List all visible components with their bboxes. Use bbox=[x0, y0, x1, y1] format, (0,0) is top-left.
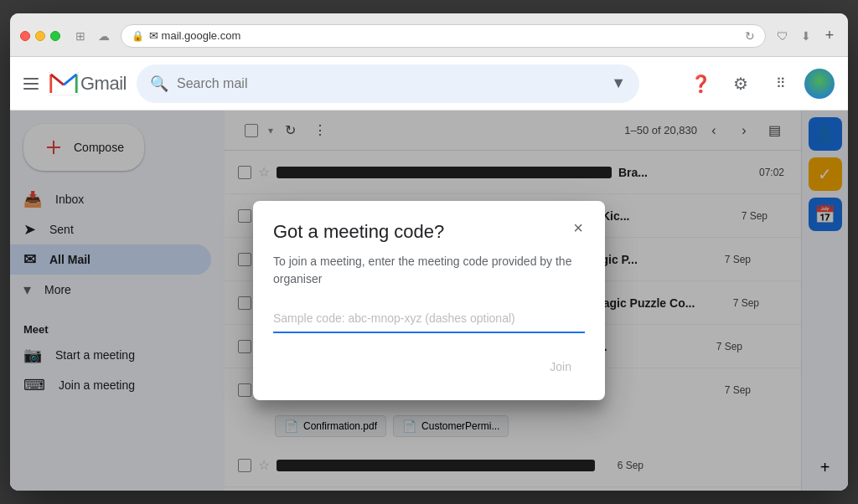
maximize-button[interactable] bbox=[50, 31, 60, 41]
modal-overlay[interactable]: × Got a meeting code? To join a meeting,… bbox=[10, 111, 848, 491]
dialog-close-button[interactable]: × bbox=[565, 214, 592, 241]
gmail-main: Compose 📥 Inbox ➤ Sent ✉ All Mail ▾ More bbox=[10, 111, 848, 491]
tab-icon[interactable]: ⊞ bbox=[72, 28, 89, 44]
close-icon: × bbox=[573, 219, 583, 238]
shield-icon[interactable]: 🛡 bbox=[774, 28, 791, 44]
help-button[interactable]: ❓ bbox=[684, 67, 717, 100]
url-display: ✉ mail.google.com bbox=[149, 29, 240, 42]
apps-button[interactable]: ⠿ bbox=[764, 67, 798, 100]
avatar[interactable] bbox=[804, 69, 835, 99]
settings-button[interactable]: ⚙ bbox=[724, 67, 757, 100]
gmail-m-icon bbox=[49, 72, 79, 95]
new-tab-icon[interactable]: + bbox=[821, 28, 838, 44]
meeting-code-input[interactable] bbox=[273, 305, 585, 333]
reload-icon[interactable]: ↻ bbox=[745, 29, 755, 43]
dialog-subtitle: To join a meeting, enter the meeting cod… bbox=[273, 253, 585, 288]
join-button[interactable]: Join bbox=[536, 353, 585, 380]
browser-icons-left: ⊞ ☁ bbox=[72, 28, 112, 44]
download-icon[interactable]: ⬇ bbox=[798, 28, 814, 44]
meeting-code-dialog: × Got a meeting code? To join a meeting,… bbox=[253, 201, 605, 400]
lock-icon: 🔒 bbox=[132, 30, 144, 42]
browser-icons-right: 🛡 ⬇ + bbox=[774, 28, 838, 44]
gmail-logo-text: Gmail bbox=[80, 73, 127, 95]
dialog-title: Got a meeting code? bbox=[273, 221, 585, 243]
search-bar[interactable]: 🔍 ▼ bbox=[137, 64, 639, 103]
cloud-icon[interactable]: ☁ bbox=[96, 28, 112, 44]
gmail-header: Gmail 🔍 ▼ ❓ ⚙ ⠿ bbox=[10, 57, 848, 111]
search-options-icon[interactable]: ▼ bbox=[611, 75, 626, 92]
gmail-logo: Gmail bbox=[49, 72, 127, 95]
address-bar[interactable]: 🔒 ✉ mail.google.com ↻ bbox=[121, 24, 766, 48]
search-input[interactable] bbox=[177, 76, 602, 91]
hamburger-menu[interactable] bbox=[23, 78, 39, 90]
close-button[interactable] bbox=[20, 31, 30, 41]
search-icon: 🔍 bbox=[150, 75, 168, 93]
header-right: ❓ ⚙ ⠿ bbox=[684, 67, 835, 100]
dialog-actions: Join bbox=[273, 353, 585, 380]
browser-window: ⊞ ☁ 🔒 ✉ mail.google.com ↻ 🛡 ⬇ + bbox=[10, 13, 848, 491]
traffic-lights bbox=[20, 31, 60, 41]
gmail-wrapper: Gmail 🔍 ▼ ❓ ⚙ ⠿ Compose bbox=[10, 57, 848, 491]
browser-chrome: ⊞ ☁ 🔒 ✉ mail.google.com ↻ 🛡 ⬇ + bbox=[10, 13, 848, 57]
minimize-button[interactable] bbox=[35, 31, 45, 41]
